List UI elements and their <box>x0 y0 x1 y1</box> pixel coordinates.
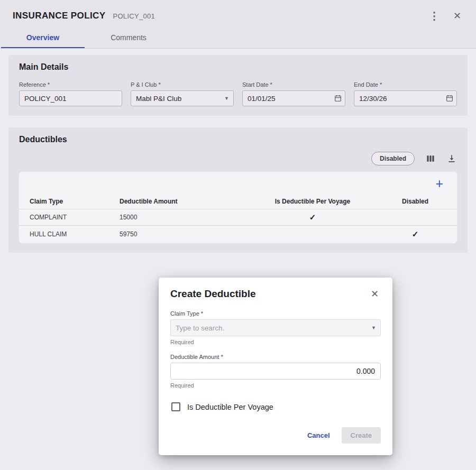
chevron-down-icon[interactable]: ▼ <box>224 96 229 101</box>
deductible-amount-input[interactable] <box>170 363 381 380</box>
start-date-label: Start Date * <box>242 81 345 88</box>
end-date-label: End Date * <box>354 81 457 88</box>
check-icon: ✓ <box>309 213 316 222</box>
check-icon: ✓ <box>412 229 419 238</box>
deductibles-title: Deductibles <box>19 135 457 144</box>
create-deductible-dialog: Create Deductible ✕ Claim Type * ▼ Requi… <box>159 278 392 455</box>
tab-overview[interactable]: Overview <box>0 27 86 48</box>
chevron-down-icon[interactable]: ▼ <box>371 326 376 330</box>
table-row[interactable]: HULL CLAIM 59750 ✓ <box>19 226 457 242</box>
end-date-field: End Date * <box>354 81 457 106</box>
disabled-filter-button[interactable]: Disabled <box>371 152 415 165</box>
cell-claim-type: COMPLAINT <box>30 214 120 221</box>
checkbox-label: Is Deductible Per Voyage <box>187 403 273 411</box>
cancel-button[interactable]: Cancel <box>307 431 330 439</box>
reference-field: Reference * <box>19 81 122 106</box>
calendar-icon[interactable] <box>334 94 342 103</box>
table-header-row: Claim Type Deductible Amount Is Deductib… <box>19 193 457 209</box>
table-row[interactable]: COMPLAINT 15000 ✓ <box>19 209 457 226</box>
claim-type-helper: Required <box>170 339 381 345</box>
deductible-amount-helper: Required <box>170 382 381 389</box>
deductibles-section: Deductibles Disabled + Claim Type Deduct… <box>8 127 468 253</box>
main-details-section: Main Details Reference * P & I Club * ▼ <box>8 55 468 116</box>
main-details-title: Main Details <box>19 62 457 72</box>
column-header-deductible-amount: Deductible Amount <box>120 198 241 205</box>
reference-input[interactable] <box>19 90 122 106</box>
close-icon[interactable]: ✕ <box>451 10 463 22</box>
policy-id-label: POLICY_001 <box>113 12 155 20</box>
calendar-icon[interactable] <box>445 94 454 103</box>
create-button[interactable]: Create <box>342 427 381 444</box>
cell-deductible-amount: 59750 <box>120 231 241 238</box>
reference-label: Reference * <box>19 81 122 88</box>
dialog-title: Create Deductible <box>170 288 256 300</box>
is-deductible-checkbox[interactable] <box>171 402 180 411</box>
start-date-field: Start Date * <box>242 81 345 106</box>
add-deductible-button[interactable]: + <box>435 177 443 190</box>
column-header-is-deductible-per-voyage: Is Deductible Per Voyage <box>241 198 384 205</box>
insurance-policy-window: INSURANCE POLICY POLICY_001 ⋮ ✕ Overview… <box>0 0 476 470</box>
cell-claim-type: HULL CLAIM <box>30 231 120 238</box>
download-icon[interactable] <box>446 153 457 164</box>
pi-club-field: P & I Club * ▼ <box>131 81 234 106</box>
column-header-disabled: Disabled <box>384 198 446 205</box>
claim-type-label: Claim Type * <box>170 310 381 317</box>
dialog-close-icon[interactable]: ✕ <box>369 288 381 300</box>
end-date-input[interactable] <box>354 90 457 106</box>
tab-bar: Overview Comments <box>0 27 476 48</box>
kebab-menu-icon[interactable]: ⋮ <box>427 10 442 22</box>
claim-type-search-input[interactable] <box>170 319 381 336</box>
tab-comments[interactable]: Comments <box>86 27 171 48</box>
page-title: INSURANCE POLICY <box>13 11 105 21</box>
header-actions: ⋮ ✕ <box>427 10 463 22</box>
start-date-input[interactable] <box>242 90 345 106</box>
column-header-claim-type: Claim Type <box>30 198 120 205</box>
deductible-amount-label: Deductible Amount * <box>170 354 381 360</box>
main-details-fields: Reference * P & I Club * ▼ Start Date * <box>19 81 457 106</box>
window-header: INSURANCE POLICY POLICY_001 ⋮ ✕ Overview… <box>0 0 476 49</box>
dialog-footer: Cancel Create <box>170 427 381 444</box>
cell-deductible-amount: 15000 <box>120 214 241 221</box>
pi-club-select[interactable] <box>131 90 234 106</box>
is-deductible-per-voyage-row: Is Deductible Per Voyage <box>171 402 381 411</box>
pi-club-label: P & I Club * <box>131 81 234 88</box>
deductibles-table: + Claim Type Deductible Amount Is Deduct… <box>19 172 457 243</box>
page-content: Main Details Reference * P & I Club * ▼ <box>0 49 476 271</box>
deductibles-toolbar: Disabled <box>19 152 457 165</box>
columns-icon[interactable] <box>425 153 436 164</box>
